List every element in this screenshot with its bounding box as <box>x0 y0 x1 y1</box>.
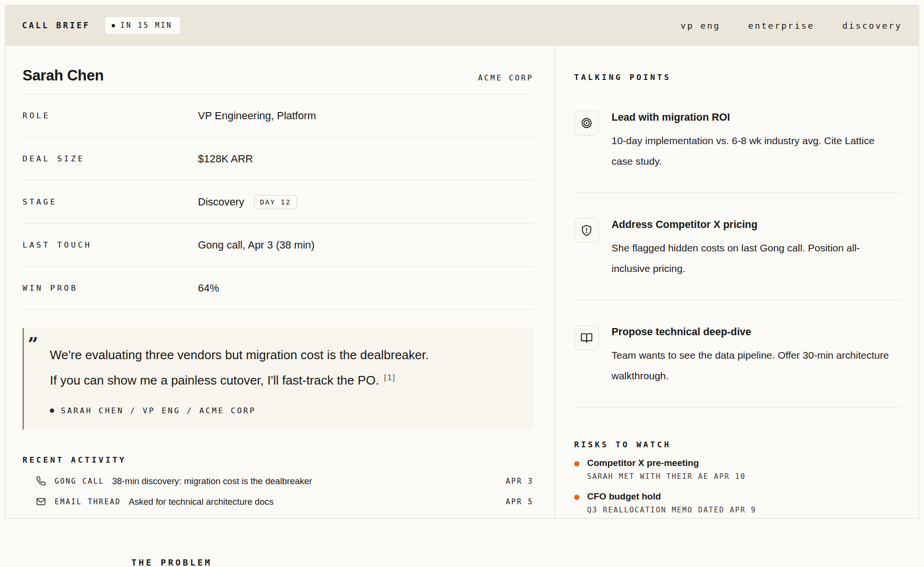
field-row-role: ROLE VP Engineering, Platform <box>23 94 533 137</box>
risk-content: Competitor X pre-meeting SARAH MET WITH … <box>587 458 746 481</box>
quote-citation: [1] <box>383 374 396 382</box>
book-open-icon <box>580 331 593 344</box>
risk-item: CFO budget hold Q3 REALLOCATION MEMO DAT… <box>574 491 901 514</box>
field-row-deal-size: DEAL SIZE $128K ARR <box>23 137 533 181</box>
recent-activity-section: RECENT ACTIVITY GONG CALL 38-min discove… <box>23 455 533 507</box>
talking-point-item: Propose technical deep-dive Team wants t… <box>574 300 901 408</box>
talking-point-desc: Team wants to see the data pipeline. Off… <box>612 345 892 386</box>
risk-bullet-icon <box>574 461 579 466</box>
attribution-text: SARAH CHEN / VP ENG / ACME CORP <box>61 406 256 415</box>
talking-point-title: Lead with migration ROI <box>612 112 892 124</box>
header-tags: vp eng enterprise discovery <box>681 21 902 31</box>
tag-enterprise[interactable]: enterprise <box>748 21 814 31</box>
talking-points-column: TALKING POINTS Lead with migration ROI 1… <box>555 46 919 518</box>
field-value: Discovery DAY 12 <box>198 195 297 209</box>
next-section-heading: THE PROBLEM <box>131 557 212 567</box>
field-row-last-touch: LAST TOUCH Gong call, Apr 3 (38 min) <box>23 224 533 267</box>
activity-type: GONG CALL <box>55 477 104 486</box>
talking-point-icon-box <box>574 218 599 243</box>
talking-point-icon-box <box>574 111 599 136</box>
talking-point-icon-box <box>574 325 599 350</box>
talking-point-content: Lead with migration ROI 10-day implement… <box>612 111 892 171</box>
field-label: WIN PROB <box>23 284 198 293</box>
field-value: VP Engineering, Platform <box>198 110 316 122</box>
attribution-dot-icon <box>50 408 54 413</box>
field-label: ROLE <box>23 111 198 120</box>
talking-point-title: Propose technical deep-dive <box>612 326 892 338</box>
activity-type: EMAIL THREAD <box>55 498 121 506</box>
field-row-stage: STAGE Discovery DAY 12 <box>23 181 533 224</box>
risk-detail: Q3 REALLOCATION MEMO DATED APR 9 <box>587 506 756 514</box>
stage-day-badge: DAY 12 <box>254 195 297 209</box>
field-value: $128K ARR <box>198 153 253 165</box>
risks-heading: RISKS TO WATCH <box>574 440 901 449</box>
countdown-dot-icon <box>112 24 115 27</box>
activity-row-email-thread[interactable]: EMAIL THREAD Asked for technical archite… <box>23 497 533 507</box>
talking-point-desc: 10-day implementation vs. 6-8 wk industr… <box>612 130 892 171</box>
field-label: DEAL SIZE <box>23 154 198 163</box>
mail-icon <box>36 497 46 507</box>
talking-point-item: Address Competitor X pricing She flagged… <box>574 193 901 300</box>
talking-points-heading: TALKING POINTS <box>574 73 901 82</box>
field-value-text: 64% <box>198 282 219 295</box>
recent-activity-heading: RECENT ACTIVITY <box>23 455 533 465</box>
tag-vp-eng[interactable]: vp eng <box>681 21 720 31</box>
field-label: STAGE <box>23 197 198 206</box>
risks-section: RISKS TO WATCH Competitor X pre-meeting … <box>574 440 901 514</box>
call-brief-page: CALL BRIEF IN 15 MIN vp eng enterprise d… <box>0 0 924 567</box>
prospect-column: Sarah Chen ACME CORP ROLE VP Engineering… <box>5 46 555 518</box>
activity-text: Asked for technical architecture docs <box>128 497 273 507</box>
countdown-badge: IN 15 MIN <box>104 16 180 34</box>
risk-content: CFO budget hold Q3 REALLOCATION MEMO DAT… <box>587 491 756 514</box>
risk-title: Competitor X pre-meeting <box>587 458 746 468</box>
field-label: LAST TOUCH <box>23 240 198 249</box>
activity-date: APR 5 <box>506 498 533 506</box>
quote-line: If you can show me a painless cutover, I… <box>50 368 519 393</box>
talking-point-title: Address Competitor X pricing <box>612 219 892 231</box>
risk-bullet-icon <box>574 495 579 500</box>
activity-rows: GONG CALL 38-min discovery: migration co… <box>23 476 533 507</box>
field-value-text: Discovery <box>198 196 244 208</box>
activity-date: APR 3 <box>506 477 533 486</box>
activity-row-gong-call[interactable]: GONG CALL 38-min discovery: migration co… <box>23 476 533 487</box>
activity-text: 38-min discovery: migration cost is the … <box>112 476 312 487</box>
talking-point-item: Lead with migration ROI 10-day implement… <box>574 99 901 193</box>
prospect-header: Sarah Chen ACME CORP <box>23 67 533 94</box>
talking-point-content: Propose technical deep-dive Team wants t… <box>612 325 892 386</box>
risk-item: Competitor X pre-meeting SARAH MET WITH … <box>574 458 901 481</box>
talking-point-content: Address Competitor X pricing She flagged… <box>612 218 892 279</box>
quote-attribution: SARAH CHEN / VP ENG / ACME CORP <box>50 406 519 415</box>
risk-detail: SARAH MET WITH THEIR AE APR 10 <box>587 472 746 481</box>
quote-mark-icon: ” <box>28 335 38 353</box>
risk-list: Competitor X pre-meeting SARAH MET WITH … <box>574 458 901 514</box>
quote-text: We're evaluating three vendors but migra… <box>50 342 519 394</box>
field-row-win-prob: WIN PROB 64% <box>23 267 533 310</box>
phone-icon <box>36 476 46 486</box>
prospect-name: Sarah Chen <box>23 67 104 84</box>
company-label: ACME CORP <box>478 74 534 82</box>
countdown-label: IN 15 MIN <box>120 21 172 30</box>
talking-point-desc: She flagged hidden costs on last Gong ca… <box>612 238 892 279</box>
target-icon <box>580 117 593 129</box>
quote-line-text: If you can show me a painless cutover, I… <box>50 373 379 387</box>
page-title: CALL BRIEF <box>22 21 90 30</box>
header-bar: CALL BRIEF IN 15 MIN vp eng enterprise d… <box>5 5 919 46</box>
quote-block: ” We're evaluating three vendors but mig… <box>23 328 533 430</box>
field-value-text: Gong call, Apr 3 (38 min) <box>198 239 314 251</box>
field-value: Gong call, Apr 3 (38 min) <box>198 239 314 251</box>
shield-icon <box>580 224 593 237</box>
risk-title: CFO budget hold <box>587 491 756 502</box>
tag-discovery[interactable]: discovery <box>842 21 902 31</box>
field-value-text: VP Engineering, Platform <box>198 110 316 122</box>
field-value-text: $128K ARR <box>198 153 253 165</box>
field-value: 64% <box>198 282 219 295</box>
quote-line: We're evaluating three vendors but migra… <box>50 342 519 368</box>
brief-card: Sarah Chen ACME CORP ROLE VP Engineering… <box>5 46 919 519</box>
